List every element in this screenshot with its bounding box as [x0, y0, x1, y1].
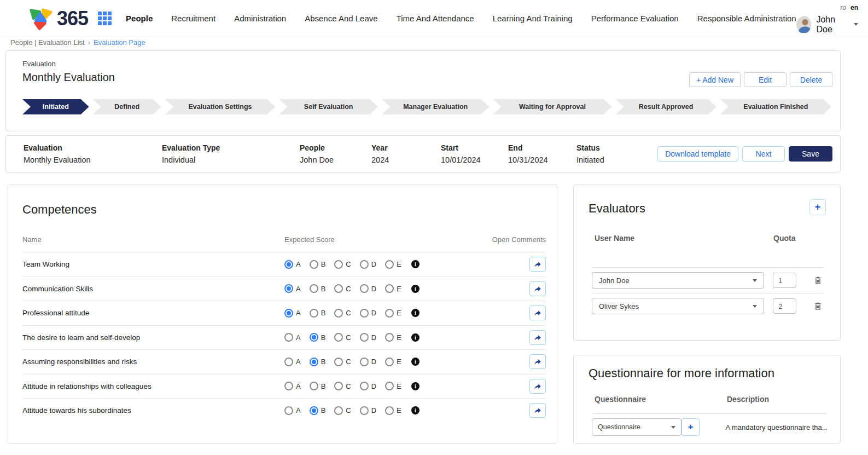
- info-icon[interactable]: i: [411, 260, 420, 268]
- score-option-a[interactable]: A: [284, 260, 301, 269]
- radio-d[interactable]: [360, 284, 369, 293]
- evaluator-user-select[interactable]: John Doe: [592, 272, 764, 289]
- radio-b[interactable]: [310, 260, 318, 269]
- evaluator-user-select[interactable]: Oliver Sykes: [592, 298, 764, 314]
- info-icon[interactable]: i: [411, 333, 420, 342]
- score-option-d[interactable]: D: [360, 382, 376, 390]
- score-option-d[interactable]: D: [360, 333, 376, 342]
- open-comments-button[interactable]: [529, 257, 546, 272]
- radio-a[interactable]: [284, 284, 293, 293]
- step-evaluation-finished[interactable]: Evaluation Finished: [720, 99, 831, 114]
- radio-a[interactable]: [284, 382, 293, 390]
- radio-a[interactable]: [284, 358, 293, 366]
- language-ro[interactable]: ro: [840, 4, 846, 11]
- radio-c[interactable]: [334, 333, 343, 342]
- radio-c[interactable]: [334, 382, 343, 390]
- score-option-b[interactable]: B: [310, 284, 326, 293]
- breadcrumb-current[interactable]: Evaluation Page: [94, 38, 145, 47]
- radio-d[interactable]: [360, 260, 369, 269]
- score-option-e[interactable]: E: [385, 260, 401, 269]
- score-option-b[interactable]: B: [310, 358, 326, 366]
- score-option-c[interactable]: C: [334, 333, 351, 342]
- radio-a[interactable]: [284, 333, 293, 342]
- open-comments-button[interactable]: [529, 330, 546, 345]
- radio-d[interactable]: [360, 406, 369, 415]
- open-comments-button[interactable]: [529, 403, 546, 418]
- step-defined[interactable]: Defined: [93, 99, 161, 114]
- radio-e[interactable]: [385, 333, 394, 342]
- score-option-d[interactable]: D: [360, 284, 376, 293]
- radio-a[interactable]: [284, 406, 293, 415]
- step-evaluation-settings[interactable]: Evaluation Settings: [165, 99, 276, 114]
- delete-evaluator-button[interactable]: [813, 275, 823, 285]
- app-logo[interactable]: 365: [27, 7, 88, 30]
- score-option-b[interactable]: B: [310, 260, 326, 269]
- score-option-c[interactable]: C: [334, 309, 351, 318]
- add-evaluator-button[interactable]: +: [809, 199, 826, 215]
- step-waiting-for-approval[interactable]: Waiting for Approval: [493, 99, 611, 114]
- score-option-b[interactable]: B: [310, 406, 326, 415]
- open-comments-button[interactable]: [529, 306, 546, 320]
- score-option-d[interactable]: D: [360, 406, 376, 415]
- step-result-approved[interactable]: Result Approved: [616, 99, 716, 114]
- delete-button[interactable]: Delete: [790, 72, 832, 87]
- info-icon[interactable]: i: [411, 406, 420, 414]
- score-option-e[interactable]: E: [385, 382, 401, 390]
- score-option-c[interactable]: C: [334, 406, 351, 415]
- step-manager-evaluation[interactable]: Manager Evaluation: [382, 99, 489, 114]
- radio-c[interactable]: [334, 358, 343, 366]
- step-initiated[interactable]: Initiated: [22, 99, 89, 114]
- step-self-evaluation[interactable]: Self Evaluation: [279, 99, 378, 114]
- user-menu[interactable]: John Doe: [796, 15, 858, 34]
- nav-item-administration[interactable]: Administration: [234, 14, 286, 23]
- score-option-b[interactable]: B: [310, 382, 326, 390]
- save-button[interactable]: Save: [789, 146, 832, 162]
- score-option-b[interactable]: B: [310, 309, 326, 318]
- radio-d[interactable]: [360, 309, 369, 318]
- radio-a[interactable]: [284, 309, 293, 318]
- score-option-e[interactable]: E: [385, 333, 401, 342]
- radio-c[interactable]: [334, 284, 343, 293]
- info-icon[interactable]: i: [411, 309, 420, 317]
- radio-e[interactable]: [385, 406, 394, 415]
- radio-e[interactable]: [385, 260, 394, 269]
- nav-item-learning-and-training[interactable]: Learning And Training: [493, 14, 573, 23]
- score-option-b[interactable]: B: [310, 333, 326, 342]
- radio-b[interactable]: [310, 358, 318, 366]
- radio-b[interactable]: [310, 382, 318, 390]
- radio-b[interactable]: [310, 333, 318, 342]
- info-icon[interactable]: i: [411, 285, 420, 293]
- score-option-e[interactable]: E: [385, 358, 401, 366]
- score-option-c[interactable]: C: [334, 284, 351, 293]
- score-option-e[interactable]: E: [385, 309, 401, 318]
- radio-b[interactable]: [310, 406, 318, 415]
- score-option-d[interactable]: D: [360, 260, 376, 269]
- nav-item-time-and-attendance[interactable]: Time And Attendance: [397, 14, 474, 23]
- radio-e[interactable]: [385, 309, 394, 318]
- radio-b[interactable]: [310, 309, 318, 318]
- radio-e[interactable]: [385, 284, 394, 293]
- radio-c[interactable]: [334, 260, 343, 269]
- delete-evaluator-button[interactable]: [813, 301, 823, 311]
- open-comments-button[interactable]: [529, 354, 546, 369]
- nav-item-performance-evaluation[interactable]: Performance Evaluation: [591, 14, 679, 23]
- radio-e[interactable]: [385, 382, 394, 390]
- quota-input[interactable]: 2: [773, 298, 796, 314]
- language-en[interactable]: en: [850, 4, 858, 11]
- open-comments-button[interactable]: [529, 379, 546, 394]
- add-new-button[interactable]: + Add New: [689, 72, 741, 87]
- nav-item-responsible-administration[interactable]: Responsible Administration: [697, 14, 796, 23]
- breadcrumb-path[interactable]: People | Evaluation List: [10, 38, 85, 47]
- radio-d[interactable]: [360, 382, 369, 390]
- score-option-d[interactable]: D: [360, 309, 376, 318]
- score-option-d[interactable]: D: [360, 358, 376, 366]
- radio-e[interactable]: [385, 358, 394, 366]
- questionnaire-select[interactable]: Questionnaire: [592, 418, 681, 436]
- quota-input[interactable]: 1: [773, 273, 796, 288]
- score-option-e[interactable]: E: [385, 406, 401, 415]
- download-template-button[interactable]: Download template: [657, 146, 738, 162]
- score-option-a[interactable]: A: [284, 358, 301, 366]
- radio-b[interactable]: [310, 284, 318, 293]
- score-option-a[interactable]: A: [284, 309, 301, 318]
- info-icon[interactable]: i: [411, 358, 420, 366]
